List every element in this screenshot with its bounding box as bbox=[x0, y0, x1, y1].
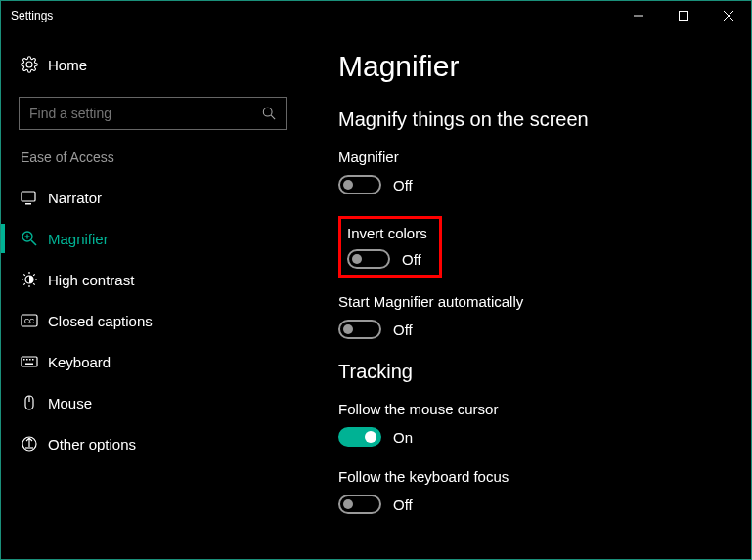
svg-line-19 bbox=[23, 283, 25, 285]
svg-rect-6 bbox=[22, 192, 35, 201]
setting-label-start-auto: Start Magnifier automatically bbox=[338, 293, 722, 310]
svg-point-4 bbox=[263, 108, 272, 116]
svg-rect-1 bbox=[680, 12, 688, 21]
minimize-button[interactable] bbox=[616, 1, 661, 30]
sidebar-item-label: Other options bbox=[48, 436, 136, 452]
home-label: Home bbox=[48, 57, 87, 73]
keyboard-icon bbox=[21, 353, 48, 370]
sidebar-item-label: Narrator bbox=[48, 190, 102, 206]
magnifier-icon bbox=[21, 230, 48, 247]
svg-line-17 bbox=[23, 274, 25, 276]
window-controls bbox=[616, 1, 751, 30]
minimize-icon bbox=[634, 11, 643, 21]
category-label: Ease of Access bbox=[1, 150, 304, 177]
mouse-icon bbox=[21, 394, 48, 411]
other-options-icon bbox=[21, 435, 48, 452]
svg-rect-23 bbox=[22, 357, 37, 366]
search-box[interactable] bbox=[19, 97, 287, 130]
svg-line-5 bbox=[271, 115, 275, 119]
toggle-status-follow-keyboard: Off bbox=[393, 496, 413, 513]
setting-label-invert-colors: Invert colors bbox=[347, 225, 427, 241]
maximize-button[interactable] bbox=[661, 1, 706, 30]
svg-line-9 bbox=[31, 240, 36, 245]
sidebar-item-magnifier[interactable]: Magnifier bbox=[1, 218, 304, 259]
section-title-magnify: Magnify things on the screen bbox=[338, 108, 722, 131]
toggle-status-magnifier: Off bbox=[393, 177, 413, 194]
svg-rect-25 bbox=[26, 359, 28, 361]
window-title: Settings bbox=[11, 9, 53, 22]
sidebar-item-high-contrast[interactable]: High contrast bbox=[1, 259, 304, 300]
highlight-invert-colors: Invert colors Off bbox=[338, 216, 442, 278]
svg-rect-27 bbox=[32, 359, 34, 361]
section-title-tracking: Tracking bbox=[338, 361, 722, 383]
narrator-icon bbox=[21, 189, 48, 206]
sidebar-item-closed-captions[interactable]: CC Closed captions bbox=[1, 300, 304, 341]
sidebar-item-label: Keyboard bbox=[48, 354, 111, 370]
search-icon bbox=[262, 107, 276, 120]
maximize-icon bbox=[679, 11, 688, 21]
titlebar: Settings bbox=[1, 1, 751, 30]
sidebar: Home Ease of Access Narrator Magnifier bbox=[1, 30, 304, 559]
page-title: Magnifier bbox=[338, 50, 722, 83]
toggle-status-follow-mouse: On bbox=[393, 429, 413, 446]
svg-line-18 bbox=[33, 283, 35, 285]
sidebar-item-label: Closed captions bbox=[48, 313, 153, 329]
toggle-follow-keyboard[interactable] bbox=[338, 495, 381, 514]
setting-label-magnifier: Magnifier bbox=[338, 149, 722, 165]
sidebar-item-other-options[interactable]: Other options bbox=[1, 423, 304, 464]
svg-rect-26 bbox=[29, 359, 31, 361]
toggle-status-invert-colors: Off bbox=[402, 251, 421, 268]
setting-label-follow-mouse: Follow the mouse cursor bbox=[338, 401, 722, 417]
svg-rect-28 bbox=[25, 364, 33, 366]
close-icon bbox=[724, 11, 733, 21]
closed-captions-icon: CC bbox=[21, 312, 48, 329]
svg-rect-24 bbox=[23, 359, 25, 361]
setting-label-follow-keyboard: Follow the keyboard focus bbox=[338, 468, 722, 485]
toggle-follow-mouse[interactable] bbox=[338, 427, 381, 447]
home-button[interactable]: Home bbox=[1, 46, 304, 83]
sidebar-item-mouse[interactable]: Mouse bbox=[1, 382, 304, 423]
svg-rect-7 bbox=[25, 203, 31, 205]
sidebar-item-label: Mouse bbox=[48, 395, 92, 411]
toggle-start-auto[interactable] bbox=[338, 320, 381, 339]
sidebar-item-keyboard[interactable]: Keyboard bbox=[1, 341, 304, 382]
sidebar-item-label: High contrast bbox=[48, 272, 134, 288]
toggle-status-start-auto: Off bbox=[393, 322, 413, 338]
search-input[interactable] bbox=[29, 106, 262, 121]
gear-icon bbox=[21, 56, 48, 73]
close-button[interactable] bbox=[706, 1, 751, 30]
main-panel: Magnifier Magnify things on the screen M… bbox=[304, 30, 751, 559]
svg-line-20 bbox=[33, 274, 35, 276]
toggle-magnifier[interactable] bbox=[338, 175, 381, 194]
sidebar-item-narrator[interactable]: Narrator bbox=[1, 177, 304, 218]
svg-text:CC: CC bbox=[24, 318, 34, 324]
sidebar-item-label: Magnifier bbox=[48, 231, 109, 247]
toggle-invert-colors[interactable] bbox=[347, 249, 390, 269]
high-contrast-icon bbox=[21, 271, 48, 288]
